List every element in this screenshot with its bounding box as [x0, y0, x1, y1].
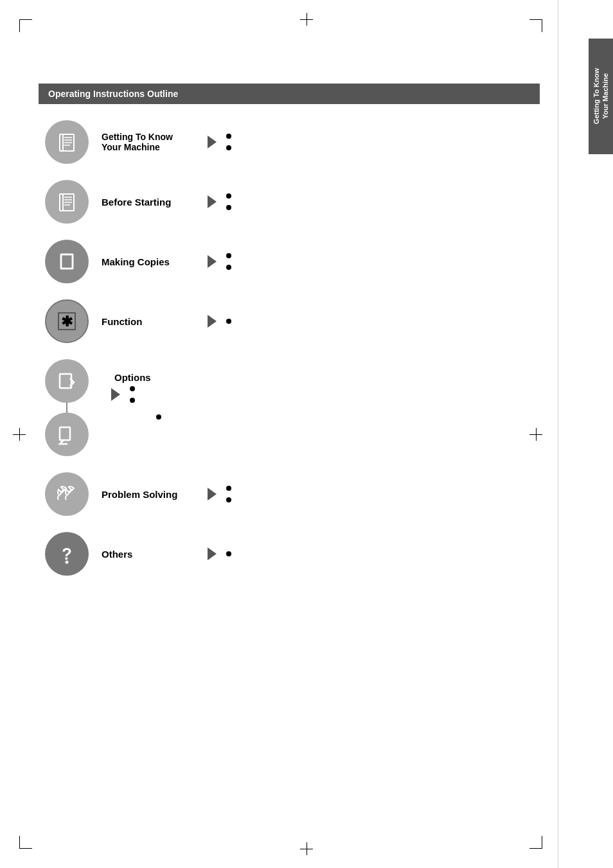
label-others: Others [102, 549, 198, 560]
tools-icon [53, 482, 80, 506]
menu-item-options[interactable]: Options [45, 359, 565, 456]
bullets-making-copies [226, 253, 231, 270]
options-icon-bottom [55, 422, 79, 447]
reg-mark-br [529, 836, 542, 849]
svg-rect-17 [60, 374, 71, 388]
bullets-others [226, 551, 231, 556]
icon-circle-others: ? [45, 532, 89, 576]
icon-circle-function: ✱ [45, 299, 89, 343]
side-tab-label: Getting To Know Your Machine [592, 68, 610, 124]
icon-circle-options1 [45, 359, 89, 403]
svg-point-20 [66, 561, 69, 564]
copy-icon [55, 249, 79, 274]
book-icon-2 [55, 190, 79, 214]
icon-circle-copy [45, 240, 89, 283]
menu-item-others[interactable]: ? Others [45, 532, 565, 576]
icon-circle-options2 [45, 412, 89, 456]
options-icons-wrapper [45, 359, 89, 456]
label-making-copies: Making Copies [102, 256, 198, 267]
question-icon: ? [55, 542, 79, 566]
section-header: Operating Instructions Outline [39, 84, 540, 104]
svg-rect-7 [62, 194, 64, 211]
svg-text:✱: ✱ [61, 314, 73, 330]
options-label-area: Options [102, 372, 211, 420]
bullets-options [130, 386, 135, 403]
menu-item-problem-solving[interactable]: Problem Solving [45, 472, 565, 516]
bullet [130, 386, 135, 391]
bullets-function [226, 319, 231, 324]
book-icon-1 [55, 130, 79, 154]
arrow-getting-to-know [208, 136, 217, 148]
icon-circle-problem [45, 472, 89, 516]
crosshair-bottom [300, 842, 313, 855]
bullet [130, 398, 135, 403]
label-before-starting: Before Starting [102, 197, 198, 208]
menu-item-getting-to-know[interactable]: Getting To KnowYour Machine [45, 120, 565, 164]
label-function: Function [102, 316, 198, 327]
arrow-function [208, 315, 217, 328]
bullet [226, 253, 231, 258]
bullet [226, 551, 231, 556]
menu-item-making-copies[interactable]: Making Copies [45, 240, 565, 283]
icon-circle-book2 [45, 180, 89, 224]
single-bullet-options [156, 414, 211, 420]
crosshair-top [300, 13, 313, 26]
svg-rect-13 [61, 254, 73, 269]
label-options: Options [114, 372, 211, 383]
bullets-problem-solving [226, 486, 231, 502]
label-problem-solving: Problem Solving [102, 489, 198, 500]
options-arrow-bullets [102, 386, 211, 403]
reg-mark-tl [19, 19, 32, 32]
bullets-getting-to-know [226, 134, 231, 150]
arrow-making-copies [208, 255, 217, 268]
bullet [226, 145, 231, 150]
svg-rect-1 [62, 134, 64, 151]
reg-mark-tr [529, 19, 542, 32]
asterisk-icon: ✱ [55, 309, 79, 333]
arrow-before-starting [208, 195, 217, 208]
bullet [226, 134, 231, 139]
options-icon-top [55, 369, 79, 393]
arrow-others [208, 547, 217, 560]
bullet [226, 319, 231, 324]
main-content: Operating Instructions Outline Getting T… [39, 84, 565, 576]
bullet [226, 265, 231, 270]
bullet [226, 193, 231, 199]
bullets-before-starting [226, 193, 231, 210]
bullet [226, 205, 231, 210]
icon-circle-book1 [45, 120, 89, 164]
label-getting-to-know: Getting To KnowYour Machine [102, 132, 198, 152]
menu-list: Getting To KnowYour Machine Before Start… [39, 120, 565, 576]
arrow-problem-solving [208, 488, 217, 500]
bullet [226, 497, 231, 502]
svg-rect-12 [61, 254, 73, 269]
svg-rect-18 [60, 427, 70, 440]
bullet [226, 486, 231, 491]
crosshair-left [13, 428, 26, 441]
bullet [156, 414, 161, 420]
options-connector [66, 403, 67, 412]
side-tab: Getting To Know Your Machine [589, 39, 613, 154]
arrow-options [111, 388, 120, 401]
reg-mark-bl [19, 836, 32, 849]
menu-item-function[interactable]: ✱ Function [45, 299, 565, 343]
menu-item-before-starting[interactable]: Before Starting [45, 180, 565, 224]
